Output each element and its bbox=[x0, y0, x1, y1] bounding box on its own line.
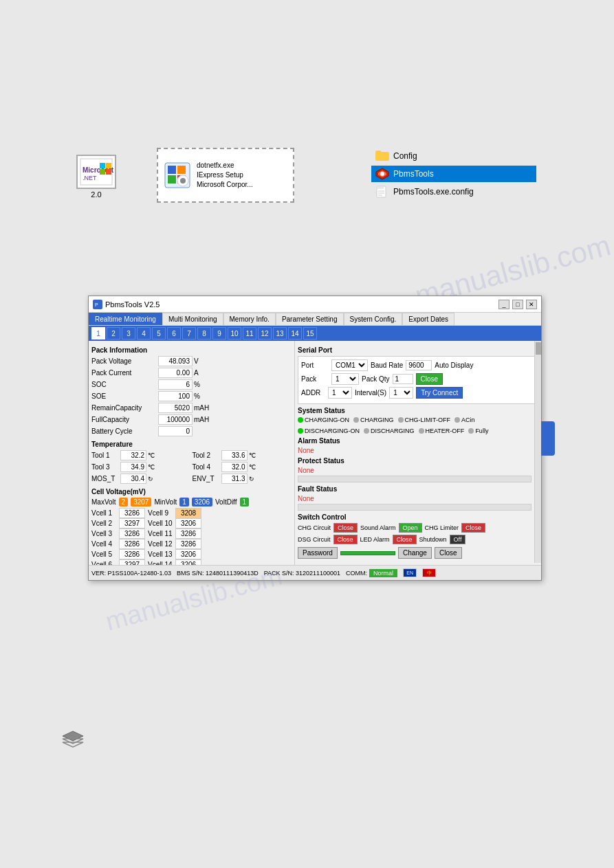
dotnet-icon[interactable]: Microsoft .NET 2.0 bbox=[69, 155, 124, 199]
num-tab-12[interactable]: 12 bbox=[258, 327, 272, 340]
led-alarm-button[interactable]: Close bbox=[393, 535, 417, 544]
system-indicator-2: CHG-LIMIT-OFF bbox=[398, 416, 451, 423]
tool1-label: Tool 1 bbox=[91, 452, 119, 459]
protect-scrollbar[interactable] bbox=[298, 476, 531, 482]
volt-diff-label: VoltDiff bbox=[215, 498, 237, 506]
addr-select[interactable]: 1 bbox=[328, 387, 352, 399]
volt-diff-value: 1 bbox=[240, 498, 250, 507]
baud-input[interactable]: 9600 bbox=[406, 360, 432, 370]
tab-memory[interactable]: Memory Info. bbox=[223, 313, 276, 325]
num-tab-10[interactable]: 10 bbox=[228, 327, 241, 340]
window-body: Pack Information Pack Voltage 48.093 V P… bbox=[89, 341, 541, 578]
tab-realtime[interactable]: Realtime Monitoring bbox=[89, 313, 162, 325]
num-tab-1[interactable]: 1 bbox=[91, 327, 105, 340]
indicator-label-5: DISCHARGING bbox=[371, 427, 415, 434]
num-tabs: 123456789101112131415 bbox=[89, 326, 541, 341]
shutdown-button[interactable]: Off bbox=[450, 535, 466, 544]
try-connect-button[interactable]: Try Connect bbox=[416, 387, 463, 399]
installer-line2: IExpress Setup bbox=[197, 170, 253, 180]
soe-unit: % bbox=[194, 392, 208, 400]
serial-row3: ADDR 1 Interval(S) 1 Try Connect bbox=[301, 387, 535, 399]
cell-left-row-0: Vcell 1 3286 bbox=[91, 508, 145, 518]
num-tab-6[interactable]: 6 bbox=[167, 327, 181, 340]
close-password-button[interactable]: Close bbox=[435, 547, 462, 559]
auto-display-label: Auto Display bbox=[435, 361, 473, 369]
sound-alarm-button[interactable]: Open bbox=[399, 523, 422, 533]
remain-value: 5020 bbox=[158, 403, 193, 413]
num-tab-7[interactable]: 7 bbox=[182, 327, 196, 340]
protect-status-value: None bbox=[298, 467, 538, 474]
minimize-button[interactable]: _ bbox=[498, 300, 509, 309]
tool3-label: Tool 3 bbox=[91, 463, 119, 471]
right-side-tab[interactable] bbox=[541, 421, 555, 456]
num-tab-13[interactable]: 13 bbox=[273, 327, 287, 340]
interval-select[interactable]: 1 bbox=[389, 387, 413, 399]
num-tab-8[interactable]: 8 bbox=[197, 327, 211, 340]
port-select[interactable]: COM1COM2COM3 bbox=[331, 359, 368, 371]
num-tab-14[interactable]: 14 bbox=[288, 327, 302, 340]
max-volt-label: MaxVolt bbox=[91, 498, 116, 506]
cell-label-r4: Vcell 13 bbox=[148, 550, 174, 558]
tool4-item: Tool 4 32.0 ℃ bbox=[193, 462, 292, 472]
stack-icon-area bbox=[62, 731, 84, 751]
tool4-label: Tool 4 bbox=[193, 463, 220, 471]
dsg-circuit-button[interactable]: Close bbox=[333, 535, 358, 544]
num-tab-2[interactable]: 2 bbox=[107, 327, 120, 340]
tab-multi[interactable]: Multi Monitoring bbox=[162, 313, 223, 325]
change-button[interactable]: Change bbox=[398, 547, 432, 559]
chg-limiter-button[interactable]: Close bbox=[461, 523, 485, 533]
chg-circuit-button[interactable]: Close bbox=[333, 523, 358, 533]
mos-refresh-icon[interactable]: ↻ bbox=[148, 476, 153, 482]
cell-label-l2: Vcell 3 bbox=[91, 530, 118, 537]
password-field[interactable] bbox=[340, 551, 395, 555]
system-indicator-4: DISCHARGING-ON bbox=[298, 427, 360, 434]
voltage-unit: V bbox=[194, 357, 208, 365]
num-tab-9[interactable]: 9 bbox=[212, 327, 226, 340]
maximize-button[interactable]: □ bbox=[512, 300, 523, 309]
pack-select[interactable]: 12 bbox=[331, 373, 359, 385]
desktop: Microsoft .NET 2.0 bbox=[0, 0, 614, 868]
voltage-value: 48.093 bbox=[158, 356, 193, 366]
config-item-pbms[interactable]: PbmsTools bbox=[371, 166, 536, 182]
current-label: Pack Current bbox=[91, 369, 157, 377]
num-tab-15[interactable]: 15 bbox=[303, 327, 317, 340]
indicator-dot-4 bbox=[298, 428, 303, 434]
cycle-label: Battery Cycle bbox=[91, 427, 157, 435]
status-bar: VER: P1SS100A-12480-1.03 BMS S/N: 124801… bbox=[89, 565, 541, 580]
env-refresh-icon[interactable]: ↻ bbox=[249, 476, 254, 482]
config-item-folder[interactable]: Config bbox=[371, 148, 536, 164]
pack-label: Pack bbox=[301, 375, 329, 383]
voltage-row: Pack Voltage 48.093 V bbox=[91, 356, 292, 366]
led-alarm-label: LED Alarm bbox=[360, 536, 390, 543]
cycle-value: 0 bbox=[158, 426, 193, 436]
mos-value: 30.4 bbox=[120, 474, 146, 484]
cell-value-r4: 3206 bbox=[175, 549, 201, 559]
soc-value: 6 bbox=[158, 379, 193, 390]
max-volt-value: 3207 bbox=[131, 498, 151, 507]
num-tab-5[interactable]: 5 bbox=[152, 327, 166, 340]
pack-qty-input[interactable] bbox=[393, 374, 413, 384]
min-volt-value: 3206 bbox=[192, 498, 212, 507]
right-scrollbar[interactable] bbox=[534, 341, 541, 563]
tab-parameter[interactable]: Parameter Setting bbox=[276, 313, 344, 325]
close-serial-button[interactable]: Close bbox=[416, 373, 443, 385]
fault-status-value: None bbox=[298, 495, 538, 502]
close-window-button[interactable]: ✕ bbox=[526, 300, 537, 309]
num-tab-4[interactable]: 4 bbox=[137, 327, 151, 340]
english-flag[interactable]: EN bbox=[403, 568, 417, 577]
tab-system[interactable]: System Config. bbox=[344, 313, 403, 325]
fault-scrollbar[interactable] bbox=[298, 504, 531, 511]
config-item-config-file[interactable]: PbmsTools.exe.config bbox=[371, 183, 536, 200]
num-tab-3[interactable]: 3 bbox=[122, 327, 135, 340]
addr-label: ADDR bbox=[301, 389, 325, 397]
shutdown-label: Shutdown bbox=[419, 536, 447, 543]
num-tab-11[interactable]: 11 bbox=[243, 327, 256, 340]
tab-export[interactable]: Export Dates bbox=[402, 313, 454, 325]
system-indicator-0: CHARGING-ON bbox=[298, 416, 349, 423]
config-file-label: PbmsTools.exe.config bbox=[393, 187, 474, 197]
installer-filename: dotnetfx.exe bbox=[197, 161, 253, 170]
voltage-label: Pack Voltage bbox=[91, 357, 157, 365]
password-button[interactable]: Password bbox=[298, 547, 338, 559]
cell-value-l2: 3286 bbox=[119, 528, 145, 539]
chinese-flag[interactable]: 中 bbox=[422, 568, 436, 577]
